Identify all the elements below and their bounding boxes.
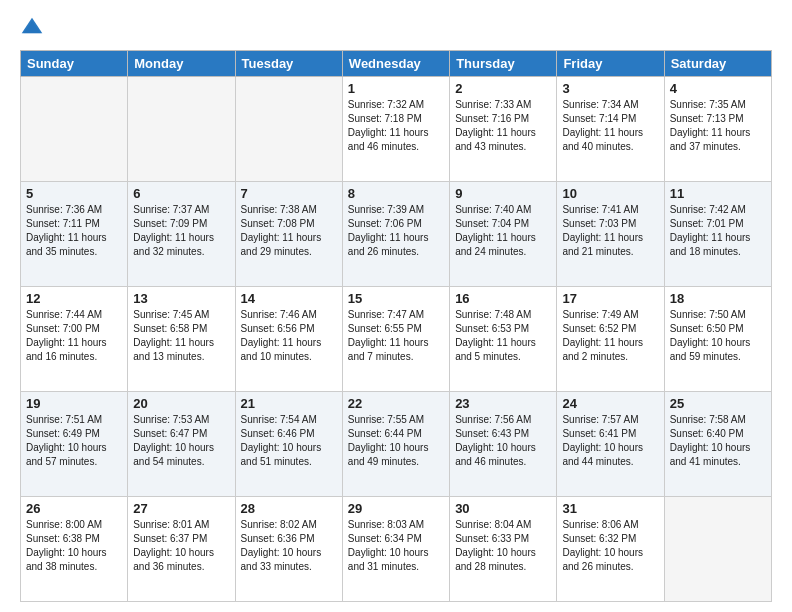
weekday-header-sunday: Sunday: [21, 51, 128, 77]
logo: [20, 16, 48, 40]
cell-content: Sunrise: 7:48 AM Sunset: 6:53 PM Dayligh…: [455, 308, 551, 364]
cell-content: Sunrise: 7:53 AM Sunset: 6:47 PM Dayligh…: [133, 413, 229, 469]
day-number: 21: [241, 396, 337, 411]
calendar-cell: 13Sunrise: 7:45 AM Sunset: 6:58 PM Dayli…: [128, 287, 235, 392]
day-number: 22: [348, 396, 444, 411]
calendar-cell: 30Sunrise: 8:04 AM Sunset: 6:33 PM Dayli…: [450, 497, 557, 602]
cell-content: Sunrise: 7:42 AM Sunset: 7:01 PM Dayligh…: [670, 203, 766, 259]
calendar-cell: 16Sunrise: 7:48 AM Sunset: 6:53 PM Dayli…: [450, 287, 557, 392]
calendar-week-3: 12Sunrise: 7:44 AM Sunset: 7:00 PM Dayli…: [21, 287, 772, 392]
cell-content: Sunrise: 7:44 AM Sunset: 7:00 PM Dayligh…: [26, 308, 122, 364]
cell-content: Sunrise: 7:57 AM Sunset: 6:41 PM Dayligh…: [562, 413, 658, 469]
calendar-cell: 20Sunrise: 7:53 AM Sunset: 6:47 PM Dayli…: [128, 392, 235, 497]
day-number: 20: [133, 396, 229, 411]
calendar-cell: 4Sunrise: 7:35 AM Sunset: 7:13 PM Daylig…: [664, 77, 771, 182]
day-number: 2: [455, 81, 551, 96]
day-number: 7: [241, 186, 337, 201]
calendar-cell: 2Sunrise: 7:33 AM Sunset: 7:16 PM Daylig…: [450, 77, 557, 182]
weekday-header-tuesday: Tuesday: [235, 51, 342, 77]
day-number: 16: [455, 291, 551, 306]
calendar-week-1: 1Sunrise: 7:32 AM Sunset: 7:18 PM Daylig…: [21, 77, 772, 182]
logo-icon: [20, 16, 44, 40]
calendar-cell: [21, 77, 128, 182]
day-number: 1: [348, 81, 444, 96]
page: SundayMondayTuesdayWednesdayThursdayFrid…: [0, 0, 792, 612]
calendar-cell: 29Sunrise: 8:03 AM Sunset: 6:34 PM Dayli…: [342, 497, 449, 602]
day-number: 29: [348, 501, 444, 516]
calendar-cell: 21Sunrise: 7:54 AM Sunset: 6:46 PM Dayli…: [235, 392, 342, 497]
cell-content: Sunrise: 7:41 AM Sunset: 7:03 PM Dayligh…: [562, 203, 658, 259]
header: [20, 16, 772, 40]
cell-content: Sunrise: 7:50 AM Sunset: 6:50 PM Dayligh…: [670, 308, 766, 364]
calendar-cell: 18Sunrise: 7:50 AM Sunset: 6:50 PM Dayli…: [664, 287, 771, 392]
calendar-cell: 26Sunrise: 8:00 AM Sunset: 6:38 PM Dayli…: [21, 497, 128, 602]
day-number: 26: [26, 501, 122, 516]
cell-content: Sunrise: 7:47 AM Sunset: 6:55 PM Dayligh…: [348, 308, 444, 364]
calendar-cell: 1Sunrise: 7:32 AM Sunset: 7:18 PM Daylig…: [342, 77, 449, 182]
cell-content: Sunrise: 7:34 AM Sunset: 7:14 PM Dayligh…: [562, 98, 658, 154]
calendar-cell: 6Sunrise: 7:37 AM Sunset: 7:09 PM Daylig…: [128, 182, 235, 287]
cell-content: Sunrise: 7:38 AM Sunset: 7:08 PM Dayligh…: [241, 203, 337, 259]
cell-content: Sunrise: 7:35 AM Sunset: 7:13 PM Dayligh…: [670, 98, 766, 154]
cell-content: Sunrise: 7:51 AM Sunset: 6:49 PM Dayligh…: [26, 413, 122, 469]
day-number: 28: [241, 501, 337, 516]
day-number: 24: [562, 396, 658, 411]
calendar-cell: 14Sunrise: 7:46 AM Sunset: 6:56 PM Dayli…: [235, 287, 342, 392]
cell-content: Sunrise: 8:00 AM Sunset: 6:38 PM Dayligh…: [26, 518, 122, 574]
cell-content: Sunrise: 7:45 AM Sunset: 6:58 PM Dayligh…: [133, 308, 229, 364]
weekday-header-saturday: Saturday: [664, 51, 771, 77]
cell-content: Sunrise: 7:39 AM Sunset: 7:06 PM Dayligh…: [348, 203, 444, 259]
calendar-cell: [128, 77, 235, 182]
cell-content: Sunrise: 7:33 AM Sunset: 7:16 PM Dayligh…: [455, 98, 551, 154]
cell-content: Sunrise: 8:02 AM Sunset: 6:36 PM Dayligh…: [241, 518, 337, 574]
weekday-header-thursday: Thursday: [450, 51, 557, 77]
weekday-header-monday: Monday: [128, 51, 235, 77]
cell-content: Sunrise: 8:04 AM Sunset: 6:33 PM Dayligh…: [455, 518, 551, 574]
calendar-cell: 22Sunrise: 7:55 AM Sunset: 6:44 PM Dayli…: [342, 392, 449, 497]
day-number: 6: [133, 186, 229, 201]
cell-content: Sunrise: 7:55 AM Sunset: 6:44 PM Dayligh…: [348, 413, 444, 469]
day-number: 15: [348, 291, 444, 306]
calendar-cell: 27Sunrise: 8:01 AM Sunset: 6:37 PM Dayli…: [128, 497, 235, 602]
calendar-cell: 3Sunrise: 7:34 AM Sunset: 7:14 PM Daylig…: [557, 77, 664, 182]
cell-content: Sunrise: 7:54 AM Sunset: 6:46 PM Dayligh…: [241, 413, 337, 469]
day-number: 31: [562, 501, 658, 516]
cell-content: Sunrise: 8:01 AM Sunset: 6:37 PM Dayligh…: [133, 518, 229, 574]
day-number: 25: [670, 396, 766, 411]
cell-content: Sunrise: 7:32 AM Sunset: 7:18 PM Dayligh…: [348, 98, 444, 154]
calendar-week-4: 19Sunrise: 7:51 AM Sunset: 6:49 PM Dayli…: [21, 392, 772, 497]
day-number: 8: [348, 186, 444, 201]
calendar-cell: 10Sunrise: 7:41 AM Sunset: 7:03 PM Dayli…: [557, 182, 664, 287]
cell-content: Sunrise: 7:49 AM Sunset: 6:52 PM Dayligh…: [562, 308, 658, 364]
day-number: 14: [241, 291, 337, 306]
calendar-cell: 12Sunrise: 7:44 AM Sunset: 7:00 PM Dayli…: [21, 287, 128, 392]
day-number: 11: [670, 186, 766, 201]
calendar-cell: 5Sunrise: 7:36 AM Sunset: 7:11 PM Daylig…: [21, 182, 128, 287]
day-number: 27: [133, 501, 229, 516]
calendar-cell: 19Sunrise: 7:51 AM Sunset: 6:49 PM Dayli…: [21, 392, 128, 497]
calendar-cell: 17Sunrise: 7:49 AM Sunset: 6:52 PM Dayli…: [557, 287, 664, 392]
calendar-cell: [664, 497, 771, 602]
day-number: 17: [562, 291, 658, 306]
cell-content: Sunrise: 7:46 AM Sunset: 6:56 PM Dayligh…: [241, 308, 337, 364]
day-number: 5: [26, 186, 122, 201]
cell-content: Sunrise: 8:06 AM Sunset: 6:32 PM Dayligh…: [562, 518, 658, 574]
calendar-cell: 15Sunrise: 7:47 AM Sunset: 6:55 PM Dayli…: [342, 287, 449, 392]
day-number: 23: [455, 396, 551, 411]
cell-content: Sunrise: 7:37 AM Sunset: 7:09 PM Dayligh…: [133, 203, 229, 259]
calendar-cell: 7Sunrise: 7:38 AM Sunset: 7:08 PM Daylig…: [235, 182, 342, 287]
calendar-week-5: 26Sunrise: 8:00 AM Sunset: 6:38 PM Dayli…: [21, 497, 772, 602]
weekday-header-wednesday: Wednesday: [342, 51, 449, 77]
cell-content: Sunrise: 7:36 AM Sunset: 7:11 PM Dayligh…: [26, 203, 122, 259]
day-number: 3: [562, 81, 658, 96]
day-number: 4: [670, 81, 766, 96]
day-number: 9: [455, 186, 551, 201]
calendar-cell: 9Sunrise: 7:40 AM Sunset: 7:04 PM Daylig…: [450, 182, 557, 287]
cell-content: Sunrise: 7:58 AM Sunset: 6:40 PM Dayligh…: [670, 413, 766, 469]
cell-content: Sunrise: 7:40 AM Sunset: 7:04 PM Dayligh…: [455, 203, 551, 259]
calendar-table: SundayMondayTuesdayWednesdayThursdayFrid…: [20, 50, 772, 602]
day-number: 10: [562, 186, 658, 201]
calendar-cell: [235, 77, 342, 182]
calendar-cell: 25Sunrise: 7:58 AM Sunset: 6:40 PM Dayli…: [664, 392, 771, 497]
day-number: 19: [26, 396, 122, 411]
